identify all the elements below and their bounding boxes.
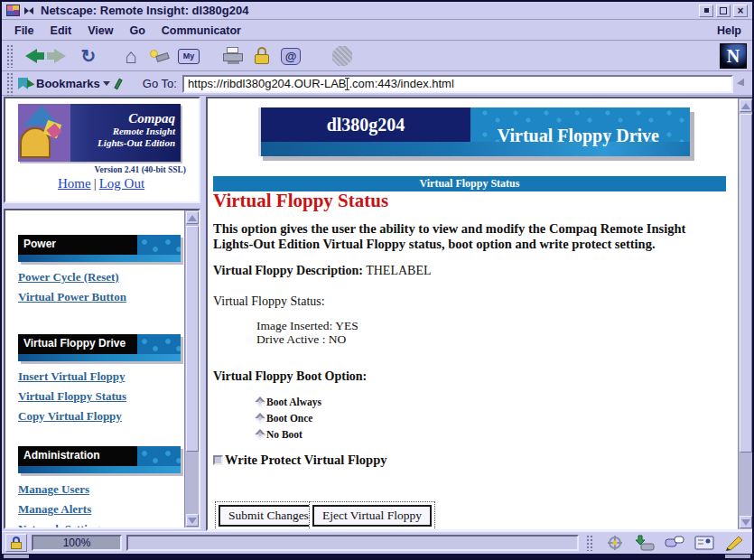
link-separator: | [94,176,97,191]
administration-section-title: Administration [18,446,137,466]
security-status-button[interactable] [5,534,27,552]
boot-always-option[interactable]: Boot Always [256,397,321,407]
minimize-button[interactable] [699,5,713,17]
toolbar-grip[interactable] [6,44,14,68]
title-bar[interactable]: Netscape: Remote Insight: dl380g204 × [2,2,752,20]
navigation-toolbar: ↻ ⌂ My @ N [2,42,752,71]
maximize-button[interactable] [716,5,731,17]
forward-button[interactable] [46,43,73,69]
sidebar-link-manage-alerts[interactable]: Manage Alerts [18,502,91,517]
reload-icon: ↻ [81,47,97,65]
eject-virtual-floppy-button[interactable]: Eject Virtual Floppy [312,505,432,527]
menu-view[interactable]: View [88,24,113,37]
resize-corner-right[interactable] [725,555,750,559]
menu-file[interactable]: File [14,24,34,37]
bookmarks-dropdown-icon[interactable] [103,81,110,86]
sidebar-scrollbar[interactable] [184,210,199,527]
stop-icon [332,46,352,66]
netscape-window: Netscape: Remote Insight: dl380g204 × Fi… [0,0,754,560]
main-content-frame: dl380g204 Virtual Floppy Drive Virtual F… [206,97,754,531]
back-icon [25,49,37,63]
lights-out-house-icon [18,104,70,162]
compaq-logo: Compaq Remote Insight Lights-Out Edition [18,104,181,162]
window-menu-icon[interactable] [6,5,20,16]
home-button[interactable]: ⌂ [117,43,144,69]
url-dropdown-button[interactable] [735,75,749,93]
status-bar: 100% [2,531,752,553]
logout-link[interactable]: Log Out [99,176,144,191]
radio-icon[interactable] [255,397,265,406]
discussions-button[interactable] [664,535,685,551]
reload-button[interactable]: ↻ [75,43,102,69]
close-button[interactable]: × [733,5,748,17]
menu-go[interactable]: Go [129,24,144,37]
home-link[interactable]: Home [58,176,91,191]
scrollbar-thumb[interactable] [740,114,752,453]
menu-edit[interactable]: Edit [51,24,72,37]
write-protect-checkbox[interactable] [213,455,223,465]
page-heading: Virtual Floppy Status [213,190,388,212]
sidebar-link-network-settings[interactable]: Network Settings [18,522,105,529]
mailbox-button[interactable] [634,535,656,551]
status-lines: Image Inserted: YES Drive Active : NO [256,319,358,346]
window-bottom-border [2,554,752,560]
scroll-up-button[interactable] [186,211,199,224]
scroll-down-icon [188,518,197,524]
sidebar-link-manage-users[interactable]: Manage Users [18,482,89,497]
scroll-down-button[interactable] [740,516,752,528]
progress-indicator: 100% [32,535,122,551]
address-book-button[interactable] [693,535,715,551]
netscape-logo[interactable]: N [720,43,747,69]
print-button[interactable] [219,43,247,69]
location-bar-grip[interactable] [6,72,14,96]
status-message-area [126,535,579,551]
menu-help[interactable]: Help [717,24,741,37]
scroll-up-button[interactable] [740,99,752,112]
boot-once-option[interactable]: Boot Once [256,413,312,424]
banner-hostname: dl380g204 [261,107,470,142]
sidebar-link-virtual-power-button[interactable]: Virtual Power Button [18,290,126,304]
url-input[interactable]: https://ribdl380g204.OUR-LAB .com:443/in… [182,75,733,93]
maximize-icon [720,7,727,14]
location-proxy-icon[interactable] [114,77,126,91]
resize-corner-left[interactable] [4,555,29,559]
component-bar-grip[interactable] [586,535,593,551]
scrollbar-thumb[interactable] [186,226,199,452]
radio-icon[interactable] [255,429,265,439]
scroll-up-icon [741,103,750,109]
status-lock-icon [11,537,22,549]
search-button[interactable] [146,43,173,69]
back-button[interactable] [17,43,44,69]
boot-once-label: Boot Once [266,413,312,424]
navigator-button[interactable] [604,535,626,551]
status-line-image-inserted: Image Inserted: YES [256,319,358,332]
search-flashlight-icon [149,47,171,65]
shop-button[interactable]: @ [277,43,304,69]
status-label: Virtual Floppy Status: [213,294,325,309]
discussions-icon [665,535,684,551]
location-bar: Bookmarks Go To: https://ribdl380g204.OU… [2,72,752,96]
my-netscape-button[interactable]: My [175,43,202,69]
security-button[interactable] [248,43,275,69]
shop-icon: @ [281,48,301,65]
power-section-banner: Power [18,235,181,262]
sidebar-link-virtual-floppy-status[interactable]: Virtual Floppy Status [18,389,126,404]
power-section-title: Power [18,235,137,255]
sidebar-logo-frame: Compaq Remote Insight Lights-Out Edition… [4,97,200,203]
write-protect-option[interactable]: Write Protect Virtual Floppy [213,453,386,468]
sidebar-link-power-cycle[interactable]: Power Cycle (Reset) [18,270,119,285]
administration-section-banner: Administration [18,446,181,473]
sidebar-link-copy-virtual-floppy[interactable]: Copy Virtual Floppy [18,409,122,424]
sidebar-link-insert-virtual-floppy[interactable]: Insert Virtual Floppy [18,369,125,384]
composer-button[interactable] [723,535,745,551]
bookmarks-button[interactable]: Bookmarks [36,77,100,90]
scroll-up-icon [188,215,197,221]
minimize-icon [704,8,709,13]
main-scrollbar[interactable] [738,98,752,529]
stop-button[interactable] [329,43,356,69]
no-boot-option[interactable]: No Boot [256,429,303,440]
menu-communicator[interactable]: Communicator [162,24,241,37]
scroll-down-button[interactable] [186,514,199,527]
submit-changes-button[interactable]: Submit Changes [219,505,319,527]
radio-icon[interactable] [255,413,265,423]
